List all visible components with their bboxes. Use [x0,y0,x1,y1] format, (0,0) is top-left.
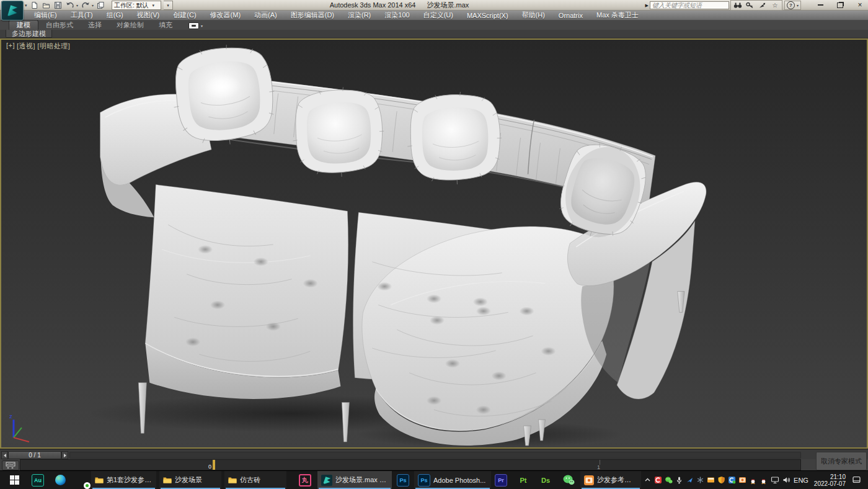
new-file-icon [30,1,38,9]
taskbar-pin-audition[interactable]: Au [29,471,47,489]
viewport-pov-menu[interactable]: [透视] [17,42,35,51]
ribbon-tab-modeling[interactable]: 建模 [9,20,38,30]
ribbon-tab-populate[interactable]: 填充 [151,20,180,30]
taskbar-window-acdsee[interactable]: 沙发参考图06 - A... [580,471,641,489]
premiere-icon: Pr [495,474,507,487]
undo-button[interactable] [65,1,75,10]
menu-animation[interactable]: 动画(A) [247,11,284,20]
new-file-button[interactable] [30,1,39,10]
tray-icon-wechat[interactable] [663,471,674,489]
ribbon-tab-selection[interactable]: 选择 [81,20,109,30]
menu-ornatrix[interactable]: Ornatrix [552,12,590,19]
menu-tools[interactable]: 工具(T) [64,11,100,20]
redo-dropdown-caret[interactable]: ▾ [92,3,94,7]
taskbar-pin-painter[interactable]: Pt [515,471,532,489]
restore-button[interactable] [835,1,846,9]
ribbon-tab-object-paint[interactable]: 对象绘制 [109,20,151,30]
tray-clock[interactable]: 21:10 2022-07-07 [810,471,846,489]
taskbar-pin-wechat[interactable] [559,471,578,489]
tray-icon-volume[interactable] [781,471,792,489]
open-file-button[interactable] [42,1,51,10]
viewport-general-menu[interactable]: [+] [6,42,15,51]
cancel-expert-mode-button[interactable]: 取消专家模式 [816,452,867,470]
viewport-shading-menu[interactable]: [明暗处理] [37,42,70,51]
tray-icon-microphone[interactable] [674,471,684,489]
timeline-current-frame-marker[interactable] [213,460,215,470]
panel-tab-polygon-modeling[interactable]: 多边形建模 [6,30,52,38]
menu-help[interactable]: 帮助(H) [515,11,552,20]
taskbar-pin-camtasia[interactable] [72,471,91,489]
menu-graph-editors[interactable]: 图形编辑器(D) [284,11,341,20]
minimize-button[interactable] [815,1,826,9]
tray-show-hidden-button[interactable] [642,471,652,489]
wan-app-icon: 丸 [299,474,311,487]
mini-curve-editor-button[interactable] [2,460,19,470]
redo-button[interactable] [81,1,91,10]
taskbar-pin-edge[interactable] [51,471,69,489]
track-bar[interactable]: 0 1 [20,459,801,470]
taskbar-window-3dsmax[interactable]: 沙发场景.max - A... [317,471,392,489]
time-slider-track[interactable] [69,452,801,459]
save-file-button[interactable] [53,1,63,10]
search-binoculars-button[interactable] [732,1,743,9]
notification-center-button[interactable] [848,471,864,489]
menu-antivirus[interactable]: Max 杀毒卫士 [590,11,645,20]
track-bar-row: 0 1 取消专家模式 [0,459,868,470]
taskbar-pin-wan[interactable]: 丸 [296,471,314,489]
tray-icon-display-cast[interactable] [769,471,781,489]
taskbar-pin-photoshop[interactable]: Ps [394,471,412,489]
perspective-viewport[interactable]: [+] [透视] [明暗处理] [0,38,868,449]
taskbar-window-folder3[interactable]: 仿古砖 [224,471,286,489]
time-slider-handle[interactable]: 0 / 1 [8,451,61,459]
blue-c-refresh-icon [728,476,736,484]
search-expand-icon[interactable]: ▶ [645,3,649,8]
taskbar-window-photoshop[interactable]: Ps Adobe Photosh... [414,471,491,489]
workspace-extra-button[interactable]: ▾ [164,1,173,10]
edge-browser-icon [55,475,66,485]
tray-icon-orange-folder-app[interactable] [706,471,716,489]
taskbar-window-folder2[interactable]: 沙发场景 [159,471,221,489]
menu-create[interactable]: 创建(C) [166,11,203,20]
tray-language-indicator[interactable]: ENG [792,471,810,489]
favorites-star-button[interactable]: ☆ [769,1,781,9]
undo-dropdown-caret[interactable]: ▾ [76,3,78,7]
application-menu-caret-icon[interactable]: ▾ [25,3,27,8]
tray-icon-security-shield[interactable] [716,471,727,489]
menu-customize[interactable]: 自定义(U) [417,11,460,20]
3dsmax-logo-icon [4,3,20,18]
taskbar-pin-premiere[interactable]: Pr [492,471,510,489]
previous-frame-button[interactable] [1,451,8,459]
tray-icon-qq-1[interactable] [748,471,758,489]
menu-group[interactable]: 组(G) [100,11,130,20]
tray-icon-blue-arrow-app[interactable] [684,471,695,489]
tray-icon-red-c-app[interactable] [653,471,663,489]
menu-edit[interactable]: 编辑(E) [27,11,64,20]
taskbar-window-folder1[interactable]: 第1套沙发参考图 [91,471,156,489]
ribbon-collapse-button[interactable]: ▾ [188,22,203,30]
subscription-key-button[interactable] [745,1,756,9]
infocenter-search: ▶ ☆ ? ▾ [645,1,801,10]
project-folder-button[interactable] [96,1,105,10]
viewport-canvas: z [1,40,867,447]
search-input[interactable] [650,1,729,9]
tray-icon-qq-2[interactable] [758,471,769,489]
start-button[interactable] [4,471,25,489]
taskbar-pin-designer[interactable]: Ds [537,471,554,489]
close-button[interactable]: × [854,1,866,9]
communication-center-button[interactable] [757,1,768,9]
next-frame-button[interactable] [61,451,68,459]
menu-rendering[interactable]: 渲染(R) [341,11,378,20]
photoshop-icon: Ps [397,474,409,487]
qq-penguin-icon [749,476,757,484]
ribbon-tab-freeform[interactable]: 自由形式 [38,20,81,30]
menu-views[interactable]: 视图(V) [130,11,167,20]
menu-render100[interactable]: 渲染100 [378,11,416,20]
tray-icon-asterisk-app[interactable] [695,471,706,489]
application-menu-button[interactable] [1,1,24,20]
tray-icon-blue-c-updater[interactable] [727,471,737,489]
workspace-selector[interactable]: 工作区: 默认 ▾ [112,1,161,10]
menu-modifiers[interactable]: 修改器(M) [203,11,248,20]
tray-icon-screenshot-camera[interactable] [737,471,748,489]
help-button[interactable]: ? ▾ [784,1,801,10]
menu-maxscript[interactable]: MAXScript(X) [460,12,515,19]
